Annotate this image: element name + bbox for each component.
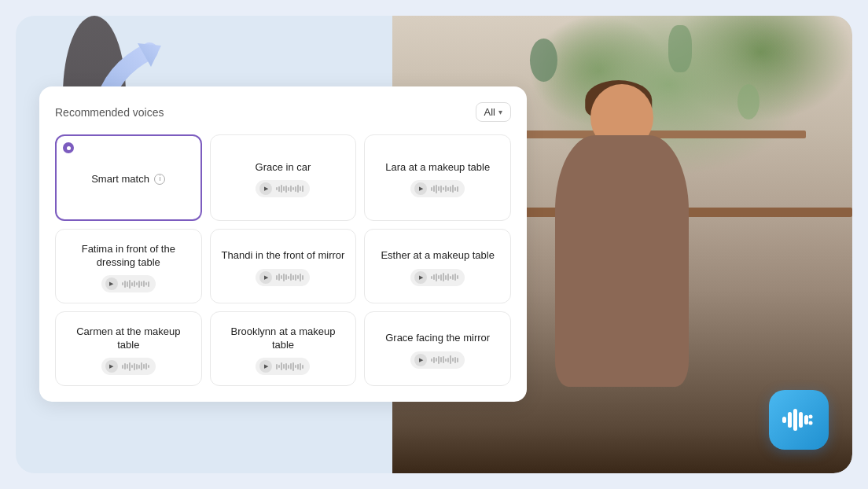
waveform-player[interactable]: ▶ <box>256 180 310 197</box>
person-body <box>555 135 689 387</box>
voices-panel: Recommended voices All ▾ Smart match i G… <box>39 86 527 402</box>
voice-card-label: Fatima in front of the dressing table <box>65 243 192 270</box>
panel-title: Recommended voices <box>55 106 164 119</box>
voice-card-esther[interactable]: Esther at a makeup table ▶ <box>364 229 511 303</box>
voice-card-brooklynn[interactable]: Brooklynn at a makeup table ▶ <box>210 311 357 386</box>
voice-card-grace-mirror[interactable]: Grace facing the mirror ▶ <box>364 311 511 386</box>
svg-rect-5 <box>804 415 808 425</box>
voice-card-carmen[interactable]: Carmen at the makeup table ▶ <box>55 311 202 386</box>
waveform-player[interactable]: ▶ <box>410 351 465 369</box>
voice-card-thandi[interactable]: Thandi in the front of mirror ▶ <box>210 229 357 303</box>
voice-card-label: Esther at a makeup table <box>381 249 495 263</box>
svg-rect-2 <box>788 412 792 428</box>
voice-card-label: Thandi in the front of mirror <box>222 249 345 263</box>
voice-grid: Smart match i Grace in car ▶ Lara at a m… <box>55 134 511 386</box>
panel-header: Recommended voices All ▾ <box>55 102 511 122</box>
waveform-bars <box>122 361 149 372</box>
play-button[interactable]: ▶ <box>259 360 272 373</box>
svg-rect-1 <box>782 417 786 423</box>
voice-card-smart-match[interactable]: Smart match i <box>55 134 202 221</box>
audio-badge[interactable] <box>769 390 829 450</box>
svg-point-6 <box>809 415 813 419</box>
voice-card-label: Grace in car <box>256 161 311 175</box>
plant-decoration-3 <box>737 84 760 119</box>
ui-container: Recommended voices All ▾ Smart match i G… <box>16 16 852 473</box>
voice-card-label: Brooklynn at a makeup table <box>220 325 347 352</box>
voice-card-lara[interactable]: Lara at a makeup table ▶ <box>364 134 511 221</box>
voice-card-label: Smart match i <box>91 173 165 186</box>
play-button[interactable]: ▶ <box>414 271 427 284</box>
audio-waveform-icon <box>782 407 815 432</box>
play-button[interactable]: ▶ <box>414 182 427 195</box>
waveform-bars <box>431 355 458 366</box>
waveform-player[interactable]: ▶ <box>410 269 465 286</box>
waveform-bars <box>122 278 149 289</box>
waveform-bars <box>276 361 303 372</box>
waveform-player[interactable]: ▶ <box>101 358 156 375</box>
waveform-bars <box>276 183 303 194</box>
svg-rect-3 <box>793 409 797 431</box>
waveform-player[interactable]: ▶ <box>101 275 156 292</box>
waveform-bars <box>431 183 458 194</box>
svg-rect-4 <box>799 412 803 428</box>
waveform-bars <box>431 272 458 283</box>
filter-button[interactable]: All ▾ <box>476 102 511 122</box>
play-button[interactable]: ▶ <box>414 354 427 366</box>
voice-card-label: Grace facing the mirror <box>385 332 490 345</box>
info-icon[interactable]: i <box>154 174 165 185</box>
svg-point-7 <box>809 421 813 425</box>
voice-card-label: Carmen at the makeup table <box>65 325 192 352</box>
chevron-down-icon: ▾ <box>498 108 502 116</box>
play-button[interactable]: ▶ <box>105 360 118 373</box>
play-button[interactable]: ▶ <box>105 278 118 290</box>
waveform-player[interactable]: ▶ <box>410 180 465 197</box>
waveform-bars <box>276 272 303 283</box>
waveform-player[interactable]: ▶ <box>256 358 310 375</box>
voice-card-label: Lara at a makeup table <box>385 161 490 175</box>
play-button[interactable]: ▶ <box>259 271 272 284</box>
plant-decoration-2 <box>668 25 692 72</box>
waveform-player[interactable]: ▶ <box>256 269 310 286</box>
filter-label: All <box>484 106 495 118</box>
voice-card-fatima[interactable]: Fatima in front of the dressing table ▶ <box>55 229 202 303</box>
selected-radio <box>63 142 74 153</box>
voice-card-grace-car[interactable]: Grace in car ▶ <box>210 134 357 221</box>
play-button[interactable]: ▶ <box>259 182 272 195</box>
